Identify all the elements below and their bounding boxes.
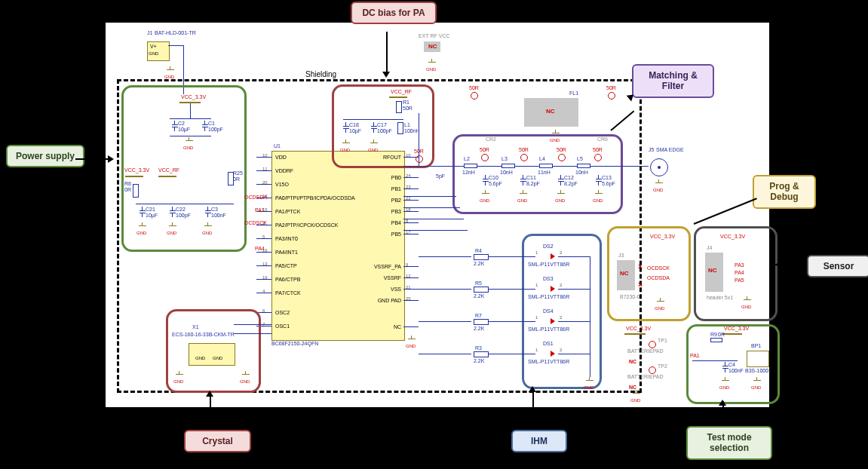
r1-val: 50R	[403, 106, 413, 111]
ref-ds2: DS2	[543, 244, 554, 249]
gnd-u1	[407, 336, 416, 343]
part-ds1: SML-P11VTT86R	[528, 359, 569, 364]
gnd-c22-txt: GND	[167, 231, 176, 235]
gnd-c17-txt: GND	[368, 148, 378, 152]
u1-pin-name-l-2: V15O	[275, 182, 289, 187]
l3-ref: L3	[501, 156, 508, 161]
j1-part: BAT-HLD-001-TR	[155, 30, 196, 35]
callout-matching: Matching & Filter	[632, 64, 714, 98]
cap-c22	[170, 207, 176, 217]
r8-val: 0R	[124, 187, 131, 192]
r9-val: 0R	[718, 332, 725, 337]
ind-l4	[539, 164, 553, 168]
c10-ref: C10	[489, 175, 498, 180]
c18-ref: C18	[349, 122, 359, 127]
c4-val: 100nF	[728, 368, 744, 373]
gnd-ihm-txt: GND	[584, 385, 593, 390]
net-50r-5: 50R	[606, 85, 616, 90]
res-r3	[474, 351, 489, 357]
c11-ref: C11	[526, 175, 536, 180]
cap-c10	[483, 175, 489, 185]
res-r9	[710, 338, 722, 342]
net-vcc33-j3: VCC_3.3V	[650, 234, 675, 239]
bp1-part: B3S-1000	[745, 368, 768, 373]
c1-ref: C1	[208, 121, 215, 126]
l4-ref: L4	[539, 156, 545, 161]
u1-pin-name-l-12: OSC1	[275, 323, 290, 329]
arrow-crystal	[206, 391, 213, 397]
res-r7	[474, 319, 489, 325]
u1-pin-name-r-6: PB5	[356, 231, 401, 237]
c13-ref: C13	[602, 175, 612, 180]
l5-ref: L5	[577, 156, 583, 161]
tp2-nc: NC	[629, 385, 636, 390]
tp1	[649, 341, 656, 348]
c12-ref: C12	[564, 175, 574, 180]
cap-c3	[205, 207, 211, 217]
led-ds1	[551, 351, 555, 357]
gnd-bp1	[753, 377, 762, 385]
net-ocdsck: OCDSCK	[244, 220, 267, 225]
val-r5: 2.2K	[474, 293, 484, 299]
gnd-c12-txt: GND	[183, 146, 193, 150]
c22-val: 100pF	[176, 213, 191, 218]
gnd-c18-txt: GND	[340, 148, 350, 152]
c21-ref: C21	[146, 207, 155, 212]
u1-pin-name-r-11: NC	[356, 324, 401, 330]
net-50r-m3: 50R	[557, 147, 566, 152]
gnd-c22	[168, 222, 177, 230]
gnd-c17	[370, 139, 379, 147]
j1-gnd: GND	[149, 51, 158, 56]
callout-dc-bias: DC bias for PA	[351, 2, 437, 24]
tp1-label: BATTERIEPAD	[627, 348, 664, 354]
res-r4	[474, 254, 489, 260]
u1-pin-name-l-11: OSC2	[275, 310, 290, 315]
res-r5	[474, 287, 489, 293]
crystal-x1	[189, 343, 235, 366]
gnd-c10	[481, 190, 490, 198]
val-r7: 2.2K	[474, 326, 484, 331]
j4-nc: NC	[708, 267, 717, 274]
c13-val: 5.6pF	[602, 181, 615, 186]
cap-c12	[558, 175, 564, 185]
callout-test-mode: Test mode selection	[686, 426, 772, 460]
gnd-c13	[594, 190, 603, 198]
l3-val: 10nH	[500, 170, 513, 175]
j1-vplus: V+	[150, 44, 157, 49]
gnd-j4-txt: GND	[741, 305, 751, 309]
u1-pin-name-r-9: VSS	[356, 287, 401, 292]
net-vcc33-tp: VCC_3.3V	[626, 326, 651, 331]
c11-val: 8.2pF	[526, 181, 540, 186]
button-bp1	[747, 351, 769, 367]
u1-ref: U1	[274, 143, 281, 149]
j3-ocdsda: OCDSDA	[647, 275, 670, 280]
gnd-c4	[721, 377, 730, 385]
j3-nc: NC	[620, 270, 629, 277]
u1-pin-name-l-6: PA3/INT0	[275, 236, 298, 241]
j4-pa3: PA3	[735, 262, 744, 268]
gnd-tp	[632, 390, 641, 397]
u1-pin-name-l-5: PA2/PTP/ICPCK/OCDSCK	[275, 222, 339, 228]
u1-pin-name-r-5: PB4	[356, 220, 401, 225]
led-ds2	[551, 253, 555, 259]
r25-ref: R25	[233, 170, 243, 176]
ind-l5	[577, 164, 590, 168]
x1-gnd1: GND	[195, 356, 205, 360]
ext-rf-label: EXT RF VCC	[419, 33, 450, 38]
cap-c11	[520, 175, 526, 185]
net-vcc33-j4: VCC_3.3V	[720, 234, 745, 239]
tp1-ref: TP1	[658, 338, 667, 343]
sma-j5	[650, 158, 668, 176]
tp1-nc: NC	[629, 359, 636, 364]
j4-pa4: PA4	[735, 270, 744, 275]
part-ds3: SML-P11VTT86R	[528, 294, 569, 299]
gnd-c11-txt: GND	[517, 198, 527, 203]
gnd-u1-txt: GND	[406, 344, 416, 348]
cap-c17	[371, 122, 377, 133]
val-r4: 2.2K	[474, 261, 484, 266]
gnd-x1r-txt: GND	[240, 379, 250, 384]
r8-ref: R8	[124, 181, 131, 186]
j3-ref: J3	[618, 253, 624, 258]
net-vcc33-top: VCC_3.3V	[181, 94, 206, 100]
net-vccrf-dc: VCC_RF	[391, 89, 412, 94]
